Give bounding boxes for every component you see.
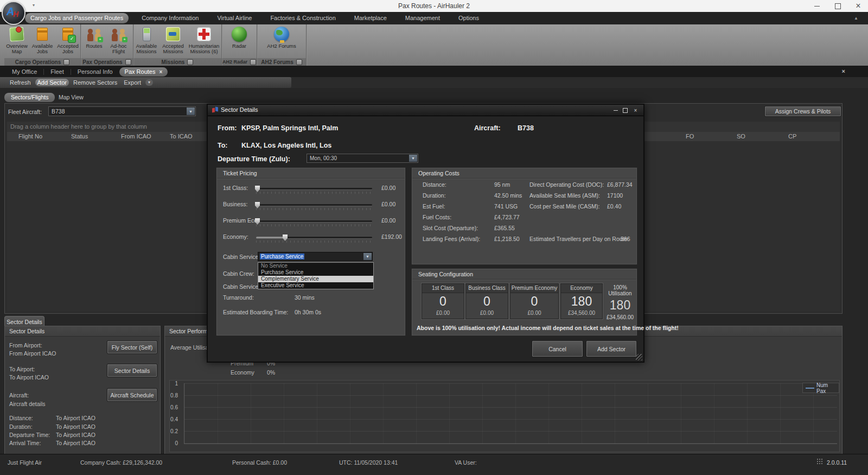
status-company-cash: Company Cash: £29,126,342.00 [80, 459, 162, 466]
accepted-jobs-button[interactable]: ✓ Accepted Jobs [56, 26, 80, 54]
available-jobs-button[interactable]: Available Jobs [30, 26, 54, 54]
overview-map-button[interactable]: Overview Map [5, 26, 29, 54]
y-tick: 0.4 [166, 416, 178, 422]
sector-details-tab[interactable]: Sector Details [4, 316, 44, 326]
ribbon-tab-marketplace[interactable]: Marketplace [349, 13, 392, 23]
dialog-launcher-icon[interactable] [296, 59, 302, 65]
arrival-time-value: To Airport ICAO [56, 440, 95, 446]
asm-label: Available Seat Miles (ASM): [529, 192, 600, 199]
window-maximize-button[interactable] [828, 0, 847, 12]
window-close-button[interactable]: × [848, 0, 868, 12]
cancel-button[interactable]: Cancel [532, 340, 583, 357]
accepted-missions-button[interactable]: Accepted Missions [161, 26, 186, 54]
remove-sectors-button[interactable]: Remove Sectors [71, 79, 119, 86]
dialog-maximize-button[interactable] [621, 107, 629, 114]
tab-my-office[interactable]: My Office [5, 68, 43, 75]
column-so[interactable]: SO [737, 133, 745, 140]
app-logo[interactable]: AH [2, 1, 25, 25]
business-slider[interactable] [256, 204, 372, 206]
ribbon-collapse-icon[interactable]: ▲ [854, 16, 858, 21]
tab-fleet[interactable]: Fleet [44, 68, 70, 75]
fleet-aircraft-select[interactable]: B738 ▼ [48, 106, 196, 116]
add-sector-button-dialog[interactable]: Add Sector [586, 340, 637, 357]
business-price: £0.00 [381, 201, 395, 207]
view-tab-sectors-flights[interactable]: Sectors/Flights [4, 93, 55, 102]
column-to-icao[interactable]: To ICAO [170, 133, 193, 140]
column-cp[interactable]: CP [788, 133, 796, 140]
tab-personal-info[interactable]: Personal Info [71, 68, 119, 75]
dialog-from-value: KPSP, Palm Springs Intl, Palm [241, 124, 338, 132]
window-minimize-button[interactable] [807, 0, 827, 12]
dialog-launcher-icon[interactable] [250, 59, 256, 65]
toolbar: Refresh Add Sector Remove Sectors Export… [0, 77, 868, 88]
add-sector-button[interactable]: Add Sector [35, 79, 69, 86]
dialog-close-button[interactable]: × [631, 107, 640, 114]
dialog-launcher-icon[interactable] [187, 59, 193, 65]
assign-crews-pilots-button[interactable]: Assign Crews & Pilots [764, 106, 841, 117]
column-status[interactable]: Status [71, 133, 88, 140]
ribbon-tab-cargo-pax[interactable]: Cargo Jobs and Passenger Routes [25, 13, 129, 23]
ah2-forums-button[interactable]: AH2 Forums [265, 26, 298, 49]
available-missions-button[interactable]: Available Missions [134, 26, 159, 54]
export-button[interactable]: Export [122, 79, 143, 86]
column-from-icao[interactable]: From ICAO [121, 133, 151, 140]
to-airport-label: To Airport: [9, 366, 35, 372]
routes-button[interactable]: + Routes [84, 26, 105, 49]
export-dropdown-icon[interactable]: ▼ [145, 79, 153, 86]
economy-utilisation-label: Economy [231, 369, 254, 376]
humanitarian-missions-button[interactable]: Humanitarian Missions (6) [187, 26, 221, 54]
ribbon-tab-management[interactable]: Management [400, 13, 445, 23]
tab-pax-routes[interactable]: Pax Routes × [119, 67, 168, 77]
seat-cell-first-class: 1st Class 0 £0.00 [422, 283, 464, 319]
passengers-icon: + [86, 26, 103, 42]
premium-eco-slider[interactable] [256, 220, 372, 222]
resize-grip[interactable] [636, 354, 642, 360]
refresh-button[interactable]: Refresh [8, 79, 33, 86]
overview-map-icon [9, 26, 25, 42]
cabin-service-select[interactable]: Purchase Service ▼ [258, 252, 373, 261]
utilisation-note: Above is 100% utilisation only! Actual i… [417, 325, 679, 331]
dialog-minimize-button[interactable] [611, 107, 620, 114]
dialog-launcher-icon[interactable] [125, 59, 131, 65]
premium-eco-label: Premium Eco: [223, 217, 259, 224]
est-fuel-value: 741 USG [494, 203, 518, 210]
first-class-slider[interactable] [256, 188, 372, 189]
ribbon-tab-virtual-airline[interactable]: Virtual Airline [212, 13, 257, 23]
aircraft-label: Aircraft: [9, 392, 29, 398]
distance-label: Distance: [9, 415, 33, 421]
option-purchase-service[interactable]: Purchase Service [258, 269, 373, 276]
option-complementary-service[interactable]: Complementary Service [258, 276, 373, 282]
option-no-service[interactable]: No Service [258, 263, 373, 269]
ribbon-tab-factories[interactable]: Factories & Construction [265, 13, 341, 23]
fly-sector-self-button[interactable]: Fly Sector (Self) [107, 340, 157, 354]
sector-details-button[interactable]: Sector Details [107, 364, 157, 377]
dialog-title-bar[interactable]: Sector Details × [208, 105, 643, 116]
tab-area-close-icon[interactable]: × [842, 68, 845, 74]
cabin-crew-label: Cabin Crew: [223, 270, 254, 277]
departure-time-select[interactable]: Mon, 00:30 ▼ [307, 154, 418, 163]
y-tick: 0 [166, 440, 178, 446]
tab-close-icon[interactable]: × [159, 67, 162, 77]
seat-cell-business: Business Class 0 £0.00 [465, 283, 508, 319]
view-tab-map-view[interactable]: Map View [52, 93, 90, 102]
aircraft-schedule-button[interactable]: Aircraft Schedule [107, 388, 157, 402]
dialog-launcher-icon[interactable] [63, 59, 69, 65]
sector-details-dialog: Sector Details × From: KPSP, Palm Spring… [207, 104, 644, 363]
column-flight-no[interactable]: Flight No [18, 133, 42, 140]
first-class-price: £0.00 [381, 185, 395, 191]
slot-cost-value: £365.55 [494, 225, 515, 231]
status-utc-time: UTC: 11/05/2020 13:41 [339, 459, 398, 466]
sector-details-panel: Sector Details From Airport: From Airpor… [4, 326, 161, 455]
travellers-value: 566 [621, 236, 630, 242]
option-executive-service[interactable]: Executive Service [258, 282, 373, 289]
landing-fees-label: Landing Fees (Arrival): [423, 236, 480, 242]
casm-value: £0.40 [607, 203, 621, 210]
radar-button[interactable]: Radar [227, 26, 251, 49]
column-fo[interactable]: FO [686, 133, 694, 140]
dialog-aircraft-label: Aircraft: [474, 124, 501, 132]
app-window: ▾ Pax Routes - AirHauler 2 × AH Cargo Jo… [0, 0, 868, 475]
ribbon-tab-company-info[interactable]: Company Information [136, 13, 204, 23]
chevron-down-icon: ▼ [187, 107, 195, 115]
ribbon-tab-options[interactable]: Options [453, 13, 484, 23]
adhoc-flight-button[interactable]: + Ad-hoc Flight [107, 26, 131, 54]
